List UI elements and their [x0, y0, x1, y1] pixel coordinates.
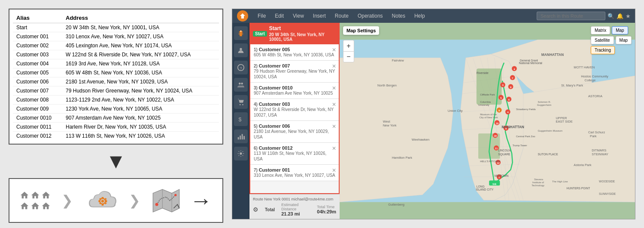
route-list-item[interactable]: 4) Customer 003 W 122nd St & Riverside D…	[250, 99, 339, 121]
svg-rect-2	[102, 197, 104, 199]
svg-point-17	[240, 48, 242, 50]
route-item-address: 113 W 116th St, New York, NY 10026, USA	[254, 151, 335, 162]
route-item-close-button[interactable]: ✕	[332, 102, 336, 108]
table-row[interactable]: Customer 001310 Lenox Ave, New York, NY …	[13, 32, 219, 41]
table-row[interactable]: Customer 005605 W 48th St, New York, NY …	[13, 68, 219, 77]
svg-text:S/E: S/E	[492, 183, 497, 185]
matrix-button[interactable]: Matrix	[591, 26, 610, 34]
route-list-item[interactable]: 5) Customer 006 2180 1st Avenue, New Yor…	[250, 121, 339, 143]
svg-text:Institute of: Institute of	[532, 181, 544, 184]
search-input[interactable]	[537, 12, 605, 20]
sidebar-help-icon[interactable]: ?	[234, 61, 248, 74]
workflow-arrow-2: ❯	[129, 192, 140, 209]
table-row[interactable]: Customer 003W 122nd St & Riverside Dr, N…	[13, 50, 219, 59]
sidebar-settings-icon[interactable]	[234, 147, 248, 160]
map-button-2[interactable]: Map	[616, 36, 632, 44]
start-address: 20 W 34th St, New York, NY10001, USA	[269, 32, 325, 42]
menu-help[interactable]: Help	[411, 11, 428, 21]
table-row[interactable]: Customer 002405 Lexington Ave, New York,…	[13, 41, 219, 50]
zoom-controls: + −	[343, 40, 354, 62]
svg-text:Astoria Park: Astoria Park	[574, 163, 591, 167]
search-icon[interactable]: 🔍	[608, 13, 614, 19]
svg-text:Museum of the: Museum of the	[480, 113, 497, 116]
menu-operations[interactable]: Operations	[354, 11, 386, 21]
svg-text:Cliffside Park: Cliffside Park	[480, 93, 495, 96]
svg-text:MANHATTAN: MANHATTAN	[541, 52, 564, 57]
svg-text:Guggenheim Museum: Guggenheim Museum	[538, 129, 562, 132]
route-list-item[interactable]: 6) Customer 0012 113 W 116th St, New Yor…	[250, 143, 339, 165]
menu-view[interactable]: View	[289, 11, 307, 21]
svg-point-14	[174, 194, 176, 196]
table-alias-cell: Customer 003	[13, 50, 62, 59]
route-item-number: 4) Customer 003	[254, 102, 335, 107]
table-row[interactable]: Customer 0012113 W 116th St, New York, N…	[13, 132, 219, 141]
table-row[interactable]: Customer 0081123-1129 2nd Ave, New York,…	[13, 96, 219, 105]
table-address-cell: 907 Amsterdam Ave New York, NY 10025	[62, 114, 219, 123]
svg-marker-10	[153, 189, 179, 212]
route-list-item[interactable]: 3) Customer 0010 907 Amsterdam Ave New Y…	[250, 83, 339, 99]
sidebar-route-icon[interactable]	[234, 26, 248, 40]
route-footer-stats: ⚙ Total Estimated Distance 21.23 mi Tota…	[253, 203, 336, 216]
svg-text:Solomon R.: Solomon R.	[538, 101, 551, 103]
star-icon[interactable]: ★	[626, 13, 631, 19]
table-row[interactable]: Customer 00779 Hudson River Greenway, Ne…	[13, 86, 219, 96]
svg-text:MOTT HAVEN: MOTT HAVEN	[574, 65, 595, 69]
route-item-close-button[interactable]: ✕	[332, 63, 336, 69]
route-list-item[interactable]: 2) Customer 007 79 Hudson River Greenway…	[250, 61, 339, 83]
map-settings-toolbar[interactable]: Map Settings	[343, 26, 379, 35]
route-map-icon	[151, 185, 181, 216]
route-item-close-button[interactable]: ✕	[332, 167, 336, 173]
table-address-cell: 1230 York Ave, New York, NY 10065, USA	[62, 105, 219, 114]
bell-icon[interactable]: 🔔	[617, 13, 623, 19]
sidebar-team-icon[interactable]	[234, 78, 248, 92]
gear-icon[interactable]: ⚙	[253, 206, 258, 213]
map-area[interactable]: S/E 1 12 11 18 19	[340, 23, 635, 219]
zoom-out-button[interactable]: −	[343, 51, 354, 62]
svg-text:MIDTOWN: MIDTOWN	[495, 174, 509, 177]
sidebar-chart-icon[interactable]	[234, 129, 248, 143]
table-row[interactable]: Customer 0010907 Amsterdam Ave New York,…	[13, 114, 219, 123]
data-table-container: Alias Address Start20 W 34th St, New Yor…	[9, 9, 223, 145]
route-item-number: 1) Customer 005	[254, 47, 335, 52]
route-items-list[interactable]: 1) Customer 005 605 W 48th St, New York,…	[249, 44, 340, 194]
table-row[interactable]: Customer 0011Harlem River Dr, New York, …	[13, 123, 219, 132]
svg-rect-28	[243, 136, 245, 139]
route-list-item[interactable]: 1) Customer 005 605 W 48th St, New York,…	[250, 44, 339, 61]
satellite-button[interactable]: Satellite	[591, 36, 614, 44]
menu-route[interactable]: Route	[331, 11, 352, 21]
svg-text:EAST SIDE: EAST SIDE	[556, 120, 572, 123]
map-settings-label: Map Settings	[346, 28, 376, 33]
tracking-button[interactable]: Tracking	[591, 46, 615, 54]
route-list-item[interactable]: 7) Customer 001 310 Lenox Ave, New York,…	[250, 165, 339, 181]
svg-point-16	[240, 31, 241, 32]
svg-text:National Memorial: National Memorial	[519, 62, 543, 65]
zoom-in-button[interactable]: +	[343, 40, 354, 51]
houses-icon	[20, 191, 51, 211]
sidebar-users-icon[interactable]	[234, 43, 248, 57]
table-row[interactable]: Customer 0041619 3rd Ave, New York, NY 1…	[13, 59, 219, 68]
left-panel: Alias Address Start20 W 34th St, New Yor…	[9, 9, 223, 223]
svg-text:Riverside: Riverside	[477, 71, 489, 74]
svg-rect-4	[98, 200, 100, 202]
route-item-close-button[interactable]: ✕	[332, 123, 336, 129]
table-row[interactable]: Start20 W 34th St, New York, NY 10001, U…	[13, 23, 219, 32]
menu-notes[interactable]: Notes	[389, 11, 409, 21]
table-row[interactable]: Customer 0062180 1st Avenue, New York, N…	[13, 77, 219, 86]
route-item-close-button[interactable]: ✕	[332, 85, 336, 91]
svg-point-29	[240, 152, 242, 154]
sidebar-dollar-icon[interactable]: $	[234, 112, 248, 126]
route-item-close-button[interactable]: ✕	[332, 145, 336, 151]
down-arrow: ▼	[9, 151, 223, 172]
svg-text:Strawberry Fields: Strawberry Fields	[516, 108, 536, 111]
sidebar-cart-icon[interactable]	[234, 95, 248, 109]
svg-text:SUTON PLACE: SUTON PLACE	[538, 153, 558, 156]
menu-insert[interactable]: Insert	[310, 11, 329, 21]
table-row[interactable]: Customer 0091230 York Ave, New York, NY …	[13, 105, 219, 114]
menu-edit[interactable]: Edit	[271, 11, 287, 21]
svg-text:WOODSIDE: WOODSIDE	[599, 180, 615, 183]
route-item-close-button[interactable]: ✕	[332, 47, 336, 53]
table-alias-cell: Start	[13, 23, 62, 32]
menu-file[interactable]: File	[254, 11, 269, 21]
map-button-1[interactable]: Map	[612, 26, 628, 34]
svg-rect-3	[102, 204, 104, 206]
